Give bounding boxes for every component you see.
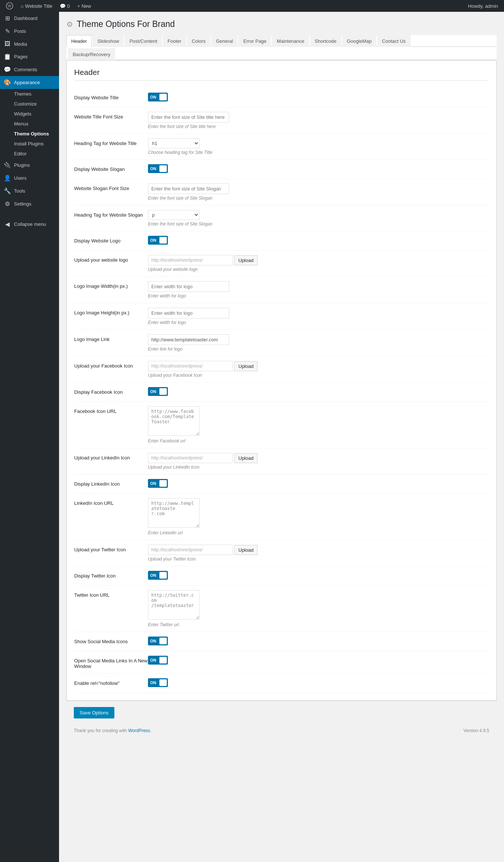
input-website-title-font-size[interactable] xyxy=(148,112,229,123)
howdy-menu[interactable]: Howdy, admin xyxy=(465,3,501,9)
toggle-display-facebook-icon[interactable]: ON xyxy=(148,387,168,396)
input-logo-image-width[interactable] xyxy=(148,281,229,292)
sidebar-item-settings[interactable]: ⚙ Settings xyxy=(0,197,59,210)
field-upload-linkedin-icon: Upload your LinkedIn Icon Upload Upload … xyxy=(74,448,489,475)
field-display-website-title: Display Website Title ON xyxy=(74,88,489,107)
input-upload-facebook-icon[interactable] xyxy=(148,361,233,371)
toggle-on-label: ON xyxy=(150,481,156,486)
new-content-menu[interactable]: + New xyxy=(74,0,94,12)
input-upload-linkedin-icon[interactable] xyxy=(148,453,233,463)
field-twitter-icon-url: Twitter Icon URL http://twitter.com /tem… xyxy=(74,586,489,632)
toggle-thumb xyxy=(159,388,167,395)
textarea-linkedin-icon-url[interactable]: http://www.templatetoaste r.com xyxy=(148,498,200,528)
hint-logo-image-width: Enter width for logo xyxy=(148,293,489,299)
collapse-menu[interactable]: ◀ Collapse menu xyxy=(0,218,59,231)
footer-wp-link[interactable]: WordPress. xyxy=(128,728,151,733)
toggle-on-label: ON xyxy=(150,238,156,242)
sidebar-item-label: Users xyxy=(14,175,27,181)
input-upload-twitter-icon[interactable] xyxy=(148,545,233,555)
upload-facebook-icon-button[interactable]: Upload xyxy=(234,361,258,371)
pages-icon: 📋 xyxy=(4,53,11,60)
tab-shortcode[interactable]: Shortcode xyxy=(310,35,341,47)
submenu-editor[interactable]: Editor xyxy=(0,149,59,159)
submenu-themes[interactable]: Themes xyxy=(0,89,59,99)
tab-header[interactable]: Header xyxy=(66,35,92,47)
section-title: Header xyxy=(74,68,489,81)
upload-twitter-icon-button[interactable]: Upload xyxy=(234,545,258,555)
tab-contact-us[interactable]: Contact Us xyxy=(377,35,410,47)
select-heading-tag-website-title[interactable]: h1h2h3h4h5h6p xyxy=(148,138,200,148)
toggle-thumb xyxy=(159,165,167,172)
collapse-label: Collapse menu xyxy=(14,221,46,227)
sidebar-item-comments[interactable]: 💬 Comments xyxy=(0,63,59,76)
toggle-display-linkedin-icon[interactable]: ON xyxy=(148,479,168,488)
tab-slideshow[interactable]: Slideshow xyxy=(93,35,124,47)
field-label-twitter-icon-url: Twitter Icon URL xyxy=(74,590,148,598)
hint-heading-tag-website-title: Choose heading tag for Site Title xyxy=(148,150,489,155)
toggle-thumb xyxy=(159,572,167,579)
tab-maintenance[interactable]: Maintenance xyxy=(272,35,309,47)
toggle-enable-rel-nofollow[interactable]: ON xyxy=(148,678,168,687)
toggle-on-label: ON xyxy=(150,658,156,662)
toggle-display-twitter-icon[interactable]: ON xyxy=(148,571,168,580)
submenu-install-plugins[interactable]: Install Plugins xyxy=(0,139,59,149)
toggle-show-social-media-icons[interactable]: ON xyxy=(148,637,168,645)
upload-linkedin-icon-button[interactable]: Upload xyxy=(234,453,258,463)
submenu-theme-options[interactable]: Theme Options xyxy=(0,129,59,139)
toggle-on-label: ON xyxy=(150,573,156,577)
sidebar-item-appearance[interactable]: 🎨 Appearance xyxy=(0,76,59,89)
sidebar-item-dashboard[interactable]: ⊞ Dashboard xyxy=(0,12,59,25)
field-label-upload-facebook-icon: Upload your Facebook Icon xyxy=(74,361,148,369)
site-name-icon: ⌂ xyxy=(21,3,24,9)
save-options-button[interactable]: Save Options xyxy=(74,707,114,718)
field-upload-website-logo: Upload your website logo Upload Upload y… xyxy=(74,251,489,277)
submenu-widgets[interactable]: Widgets xyxy=(0,109,59,119)
field-logo-image-link: Logo Image Link Enter link for logo xyxy=(74,330,489,356)
field-open-social-media-new-window: Open Social Media Links In A New Window … xyxy=(74,651,489,674)
upload-website-logo-button[interactable]: Upload xyxy=(234,255,258,265)
input-website-slogan-font-size[interactable] xyxy=(148,183,229,194)
tab-post-content[interactable]: Post/Content xyxy=(125,35,162,47)
sidebar-item-plugins[interactable]: 🔌 Plugins xyxy=(0,159,59,172)
toggle-display-website-slogan[interactable]: ON xyxy=(148,164,168,173)
sidebar-item-pages[interactable]: 📋 Pages xyxy=(0,50,59,63)
tab-googlemap[interactable]: GoogleMap xyxy=(342,35,376,47)
toggle-display-website-title[interactable]: ON xyxy=(148,93,168,101)
comments-menu[interactable]: 💬 0 xyxy=(57,0,73,12)
sidebar-item-posts[interactable]: ✎ Posts xyxy=(0,25,59,38)
textarea-twitter-icon-url[interactable]: http://twitter.com /templatetoaster xyxy=(148,590,200,620)
tab-general[interactable]: General xyxy=(211,35,238,47)
collapse-icon: ◀ xyxy=(4,221,11,228)
tab-colors[interactable]: Colors xyxy=(187,35,211,47)
input-logo-image-link[interactable] xyxy=(148,334,229,345)
sidebar: ⊞ Dashboard ✎ Posts 🖼 Media 📋 Pages 💬 Co… xyxy=(0,12,59,862)
field-label-heading-tag-website-slogan: Heading Tag for Website Slogan xyxy=(74,210,148,218)
input-upload-website-logo[interactable] xyxy=(148,255,233,265)
sidebar-item-tools[interactable]: 🔧 Tools xyxy=(0,185,59,197)
dashboard-icon: ⊞ xyxy=(4,15,11,22)
field-display-website-slogan: Display Website Slogan ON xyxy=(74,160,489,179)
tab-footer[interactable]: Footer xyxy=(163,35,186,47)
field-upload-facebook-icon: Upload your Facebook Icon Upload Upload … xyxy=(74,356,489,383)
hint-upload-twitter-icon: Upload your Twitter Icon xyxy=(148,556,489,562)
toggle-display-website-logo[interactable]: ON xyxy=(148,236,168,245)
wp-logo-menu[interactable]: W xyxy=(3,0,16,12)
site-name-menu[interactable]: ⌂ Website Title xyxy=(18,0,55,12)
hint-linkedin-icon-url: Enter LinkedIn url xyxy=(148,530,489,535)
users-icon: 👤 xyxy=(4,175,11,182)
page-title-icon: ⚙ xyxy=(66,20,73,29)
sidebar-item-label: Comments xyxy=(14,67,37,72)
tab-error-page[interactable]: Error Page xyxy=(238,35,271,47)
sidebar-item-label: Posts xyxy=(14,28,26,34)
submenu-menus[interactable]: Menus xyxy=(0,119,59,129)
posts-icon: ✎ xyxy=(4,28,11,35)
toggle-open-social-media-new-window[interactable]: ON xyxy=(148,656,168,665)
input-logo-image-height[interactable] xyxy=(148,308,229,318)
tab-backup-recovery[interactable]: Backup/Recovery xyxy=(68,48,115,60)
submenu-customize[interactable]: Customize xyxy=(0,99,59,109)
field-enable-rel-nofollow: Enable rel="nofollow" ON xyxy=(74,674,489,693)
sidebar-item-users[interactable]: 👤 Users xyxy=(0,172,59,185)
textarea-facebook-icon-url[interactable]: http://www.facebook.com/TemplateToaster xyxy=(148,406,200,436)
sidebar-item-media[interactable]: 🖼 Media xyxy=(0,38,59,50)
select-heading-tag-website-slogan[interactable]: h1h2h3h4h5h6p xyxy=(148,210,200,220)
